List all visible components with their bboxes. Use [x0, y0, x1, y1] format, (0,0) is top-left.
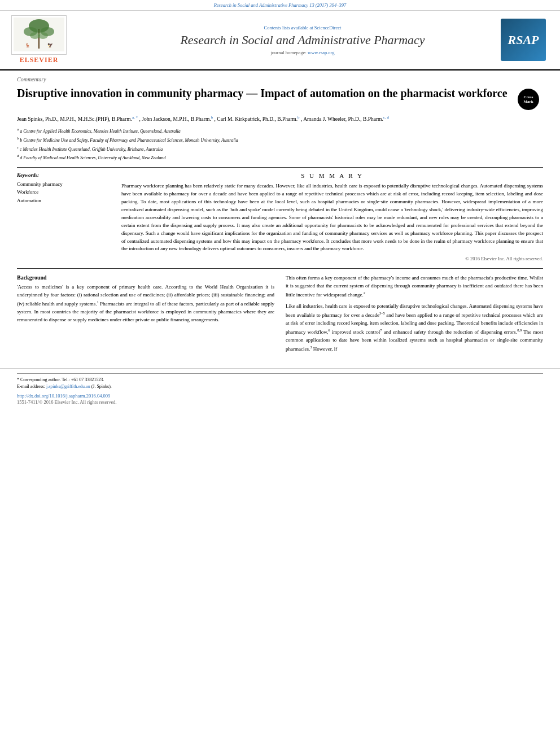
rsap-label-text: RSAP — [508, 33, 539, 47]
body-right-para2: Like all industries, health care is expo… — [286, 303, 543, 353]
elsevier-logo: 🦌 🦅 ELSEVIER — [11, 15, 67, 64]
rsap-logo: RSAP — [501, 19, 546, 61]
divider-2 — [17, 268, 543, 269]
homepage-prefix: journal homepage: — [270, 50, 308, 55]
body-right-para1: This often forms a key component of the … — [286, 274, 543, 299]
elsevier-wordmark: ELSEVIER — [20, 56, 59, 64]
keywords-title: Keywords: — [17, 172, 113, 178]
email-note-text: (J. Spinks). — [90, 384, 112, 389]
keyword-3: Automation — [17, 196, 113, 204]
affiliations: a a Centre for Applied Health Economics,… — [17, 126, 543, 161]
affiliation-a: a a Centre for Applied Health Economics,… — [17, 126, 543, 135]
crossmark-icon: CrossMark — [518, 89, 539, 110]
page-wrapper: Research in Social and Administrative Ph… — [0, 0, 560, 409]
summary-section: Keywords: Community pharmacy Workforce A… — [17, 172, 543, 261]
authors-line: Jean Spinks, Ph.D., M.P.H., M.H.Sc.(PHP)… — [17, 115, 543, 124]
corresponding-author-text: * Corresponding author. Tel.: +61 07 338… — [17, 377, 104, 382]
svg-text:🦌: 🦌 — [25, 42, 30, 48]
author4-name: , Amanda J. Wheeler, Ph.D., B.Pharm. — [301, 116, 383, 122]
copyright-line: © 2016 Elsevier Inc. All rights reserved… — [121, 256, 543, 261]
summary-column: S U M M A R Y Pharmacy workforce plannin… — [121, 172, 543, 261]
footer-links: http://dx.doi.org/10.1016/j.sapharm.2016… — [17, 393, 543, 405]
sciencedirect-line: Contents lists available at ScienceDirec… — [107, 25, 498, 30]
affil-d-text: d Faculty of Medical and Health Sciences… — [20, 155, 165, 160]
body-right-text1: This often forms a key component of the … — [286, 275, 543, 298]
body-left-col: Background 'Access to medicines' is a ke… — [17, 274, 274, 356]
journal-header-center: Contents lists available at ScienceDirec… — [107, 25, 498, 55]
body-right-text4: improved stock control — [330, 329, 380, 335]
elsevier-box: 🦌 🦅 — [11, 15, 67, 55]
author2-sup: b — [211, 115, 213, 120]
affiliation-c: c c Menzies Health Institute Queensland,… — [17, 145, 543, 153]
body-right-sup2: 3–5 — [379, 311, 385, 315]
corresponding-author-note: * Corresponding author. Tel.: +61 07 338… — [17, 377, 543, 383]
journal-citation: Research in Social and Administrative Ph… — [214, 2, 347, 8]
journal-top-bar: Research in Social and Administrative Ph… — [0, 0, 560, 11]
email-link[interactable]: j.spinks@griffith.edu.au — [46, 384, 90, 389]
affil-c-text: c Menzies Health Institute Queensland, G… — [20, 146, 163, 151]
journal-title: Research in Social and Administrative Ph… — [107, 33, 498, 47]
body-columns: Background 'Access to medicines' is a ke… — [17, 274, 543, 356]
keywords-list: Community pharmacy Workforce Automation — [17, 180, 113, 204]
email-label: E-mail address: — [17, 384, 46, 389]
footer-issn: 1551-7411/© 2016 Elsevier Inc. All right… — [17, 399, 117, 405]
crossmark-logo: CrossMark — [518, 89, 543, 110]
keywords-column: Keywords: Community pharmacy Workforce A… — [17, 172, 113, 261]
affiliation-d: d d Faculty of Medical and Health Scienc… — [17, 153, 543, 161]
author3-name: , Carl M. Kirkpatrick, Ph.D., B.Pharm. — [215, 116, 298, 122]
article-title: Disruptive innovation in community pharm… — [17, 86, 512, 101]
journal-header-left: 🦌 🦅 ELSEVIER — [11, 15, 107, 64]
body-right-col: This often forms a key component of the … — [286, 274, 543, 356]
journal-header: 🦌 🦅 ELSEVIER Contents lists available at… — [0, 11, 560, 71]
body-right-sup1: 2 — [364, 291, 365, 295]
elsevier-tree-svg: 🦌 🦅 — [14, 18, 64, 51]
journal-homepage: journal homepage: www.rsap.org — [107, 50, 498, 55]
body-right-text7: However, if — [312, 346, 337, 352]
sciencedirect-prefix: Contents lists available at — [264, 25, 314, 30]
affil-b-text: b Centre for Medicine Use and Safety, Fa… — [20, 138, 238, 143]
author3-sup: b — [298, 115, 300, 120]
journal-header-right: RSAP — [498, 19, 549, 61]
author4-sup: c, d — [383, 115, 389, 120]
article-footer: * Corresponding author. Tel.: +61 07 338… — [0, 368, 560, 409]
divider-1 — [17, 167, 543, 168]
body-right-text5: and enhanced safety through the reductio… — [382, 329, 518, 335]
homepage-link[interactable]: www.rsap.org — [308, 50, 334, 55]
article-content: Commentary Disruptive innovation in comm… — [0, 71, 560, 362]
keyword-1: Community pharmacy — [17, 180, 113, 188]
article-title-row: Disruptive innovation in community pharm… — [17, 86, 543, 110]
body-left-para1: 'Access to medicines' is a key component… — [17, 283, 274, 324]
affiliation-b: b b Centre for Medicine Use and Safety, … — [17, 136, 543, 144]
footer-divider — [17, 373, 543, 374]
sciencedirect-link[interactable]: ScienceDirect — [314, 25, 342, 30]
background-heading: Background — [17, 274, 274, 281]
email-note: E-mail address: j.spinks@griffith.edu.au… — [17, 383, 543, 390]
summary-text: Pharmacy workforce planning has been rel… — [121, 182, 543, 253]
summary-heading: S U M M A R Y — [121, 172, 543, 179]
article-type-label: Commentary — [17, 76, 543, 82]
affil-a-text: a Centre for Applied Health Economics, M… — [20, 129, 180, 134]
svg-point-6 — [38, 32, 48, 39]
author1-name: Jean Spinks, Ph.D., M.P.H., M.H.Sc.(PHP)… — [17, 116, 132, 122]
author1-sup: a, * — [132, 115, 138, 120]
svg-text:🦅: 🦅 — [47, 42, 53, 48]
keyword-2: Workforce — [17, 188, 113, 196]
doi-link[interactable]: http://dx.doi.org/10.1016/j.sapharm.2016… — [17, 393, 543, 399]
author2-name: , John Jackson, M.P.H., B.Pharm. — [139, 116, 211, 122]
